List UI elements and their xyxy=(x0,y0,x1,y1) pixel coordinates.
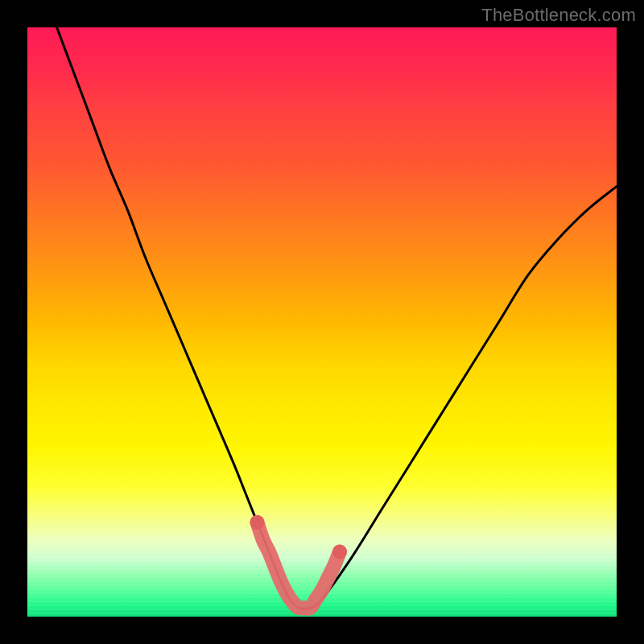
optimal-range-highlight xyxy=(257,522,339,609)
bottleneck-curve xyxy=(57,27,617,609)
highlight-endcap-left xyxy=(250,515,264,530)
plot-area xyxy=(27,27,617,617)
highlight-endcap-right xyxy=(332,544,347,559)
chart-frame: TheBottleneck.com xyxy=(0,0,644,644)
watermark-text: TheBottleneck.com xyxy=(481,5,636,26)
chart-svg xyxy=(27,27,617,617)
